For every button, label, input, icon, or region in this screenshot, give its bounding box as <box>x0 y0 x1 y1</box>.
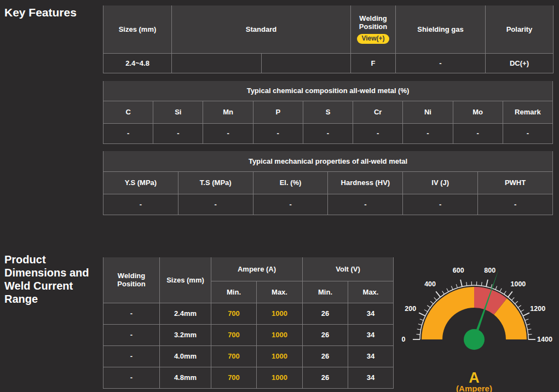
table-cell: 26 <box>303 345 348 367</box>
table-cell: 26 <box>303 367 348 388</box>
gauge-minor-tick <box>525 319 529 320</box>
chemical-value-cell: - <box>103 123 153 143</box>
standard-value-2 <box>262 53 351 73</box>
col-header-sizes: Sizes (mm) <box>103 5 172 53</box>
gauge-minor-tick <box>430 301 433 304</box>
chemical-col-header: Remark <box>503 101 552 123</box>
gauge-tick-label: 800 <box>484 267 495 274</box>
gauge-tick-label: 1400 <box>537 336 552 343</box>
table-cell: 3.2mm <box>160 324 211 345</box>
chemical-value-cell: - <box>503 123 552 143</box>
current-range-table: Welding Position Sizes (mm) Ampere (A) V… <box>103 257 394 389</box>
gauge-minor-tick <box>417 329 421 330</box>
shielding-gas-value: - <box>396 53 486 73</box>
col-header-shielding-gas: Shielding gas <box>396 5 486 53</box>
col-header-ampere-max: Max. <box>257 281 303 303</box>
key-features-row: 2.4~4.8 F - DC(+) <box>103 53 554 73</box>
gauge-minor-tick <box>447 289 448 292</box>
gauge-tick-label: 400 <box>424 280 436 288</box>
welding-position-label: Welding Position <box>353 14 393 31</box>
gauge-major-tick <box>436 291 440 297</box>
table-row: -2.4mm70010002634 <box>103 303 394 324</box>
table-cell: 1000 <box>257 367 303 388</box>
col-header-polarity: Polarity <box>486 5 554 53</box>
sizes-value: 2.4~4.8 <box>103 53 172 73</box>
mechanical-col-header: T.S (MPa) <box>178 171 253 194</box>
table-row: -4.0mm70010002634 <box>103 345 394 367</box>
gauge-minor-tick <box>434 297 437 300</box>
standard-value-1 <box>172 53 262 73</box>
table-cell: 34 <box>348 303 394 324</box>
chemical-value-cell: - <box>403 123 453 143</box>
chemical-value-cell: - <box>203 123 253 143</box>
mechanical-col-header: PWHT <box>478 171 553 194</box>
table-cell: - <box>103 324 160 345</box>
col-header-ampere-min: Min. <box>211 281 257 303</box>
gauge-minor-tick <box>526 324 530 325</box>
table-cell: 34 <box>348 367 394 388</box>
col-header-volt: Volt (V) <box>303 257 394 281</box>
col-header-standard: Standard <box>172 5 351 53</box>
table-cell: - <box>103 303 160 324</box>
table-cell: 4.8mm <box>160 367 211 388</box>
ampere-gauge-svg: 0200400600800100012001400A(Ampere) <box>397 256 556 392</box>
table-cell: - <box>103 367 160 388</box>
gauge-minor-tick <box>420 319 424 320</box>
chemical-col-header: Mn <box>203 101 253 123</box>
table-cell: 1000 <box>257 324 303 345</box>
gauge-minor-tick <box>481 282 482 286</box>
product-dimensions-heading: Product Dimensions and Weld Current Rang… <box>4 253 104 305</box>
mechanical-value-cell: - <box>178 194 253 215</box>
table-row: -4.8mm70010002634 <box>103 367 394 388</box>
table-cell: 1000 <box>257 345 303 367</box>
chemical-values-row: --------- <box>103 123 553 143</box>
gauge-tick-label: 0 <box>402 336 406 343</box>
gauge-minor-tick <box>456 284 457 288</box>
welding-position-value: F <box>351 53 396 73</box>
mechanical-value-cell: - <box>253 194 328 215</box>
col-header-volt-max: Max. <box>348 281 394 303</box>
gauge-minor-tick <box>424 310 428 312</box>
chemical-value-cell: - <box>253 123 303 143</box>
gauge-minor-tick <box>521 310 524 312</box>
chemical-header-row: CSiMnPSCrNiMoRemark <box>103 101 553 123</box>
gauge-major-tick <box>523 313 529 316</box>
mechanical-value-cell: - <box>478 194 553 215</box>
chemical-table-title: Typical chemical composition all-weld me… <box>103 81 553 101</box>
col-header-ampere: Ampere (A) <box>211 257 303 281</box>
table-cell: 4.0mm <box>160 345 211 367</box>
mechanical-values-row: ------ <box>103 194 553 215</box>
gauge-tick-label: 600 <box>453 267 464 274</box>
key-features-table: Sizes (mm) Standard Welding Position Vie… <box>103 5 554 73</box>
chemical-col-header: P <box>253 101 303 123</box>
mechanical-col-header: Hardness (HV) <box>328 171 403 194</box>
gauge-minor-tick <box>427 305 430 308</box>
gauge-minor-tick <box>528 334 532 335</box>
mechanical-value-cell: - <box>328 194 403 215</box>
mechanical-col-header: El. (%) <box>253 171 328 194</box>
view-button[interactable]: View(+) <box>357 34 389 44</box>
gauge-major-tick <box>486 280 488 287</box>
col-header-welding-position: Welding Position View(+) <box>351 5 396 53</box>
chemical-value-cell: - <box>303 123 353 143</box>
gauge-minor-tick <box>518 305 521 308</box>
chemical-col-header: Cr <box>353 101 403 123</box>
gauge-major-tick <box>508 291 512 297</box>
table-cell: 1000 <box>257 303 303 324</box>
gauge-minor-tick <box>442 291 445 295</box>
col-header-volt-min: Min. <box>303 281 348 303</box>
table-cell: 34 <box>348 324 394 345</box>
product-spec-page: Key Features Sizes (mm) Standard Welding… <box>0 0 559 392</box>
gauge-major-tick <box>460 280 462 287</box>
ampere-gauge: 0200400600800100012001400A(Ampere) <box>397 256 556 392</box>
table-cell: - <box>103 345 160 367</box>
gauge-minor-tick <box>500 289 502 292</box>
table-cell: 700 <box>211 303 257 324</box>
gauge-tick-label: 1200 <box>530 305 545 313</box>
gauge-minor-tick <box>466 282 467 286</box>
chemical-col-header: C <box>103 101 153 123</box>
gauge-minor-tick <box>527 329 531 330</box>
table-cell: 700 <box>211 324 257 345</box>
gauge-unit-sublabel: (Ampere) <box>456 384 492 392</box>
table-cell: 2.4mm <box>160 303 211 324</box>
